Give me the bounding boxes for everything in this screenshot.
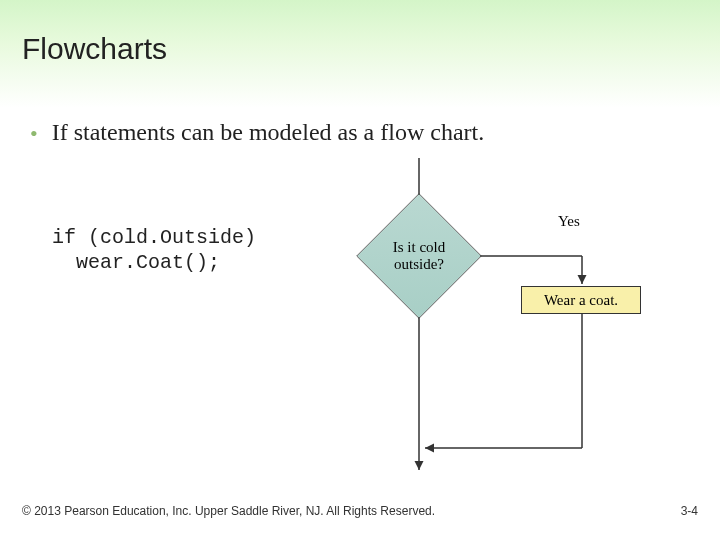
code-sample: if (cold.Outside) wear.Coat();: [52, 225, 256, 275]
decision-node: Is it coldoutside?: [359, 196, 479, 316]
action-text: Wear a coat.: [544, 292, 618, 309]
decision-text: Is it coldoutside?: [359, 196, 479, 316]
slide-title: Flowcharts: [22, 32, 167, 66]
code-line-2: wear.Coat();: [52, 251, 220, 274]
bullet-dot-icon: •: [30, 121, 38, 146]
bullet-text: If statements can be modeled as a flow c…: [52, 119, 485, 145]
page-number: 3-4: [681, 504, 698, 518]
bullet-item: • If statements can be modeled as a flow…: [30, 119, 484, 147]
yes-label: Yes: [558, 213, 580, 230]
action-node: Wear a coat.: [521, 286, 641, 314]
flowchart: Is it coldoutside? Yes Wear a coat.: [335, 158, 675, 478]
copyright-footer: © 2013 Pearson Education, Inc. Upper Sad…: [22, 504, 435, 518]
code-line-1: if (cold.Outside): [52, 226, 256, 249]
